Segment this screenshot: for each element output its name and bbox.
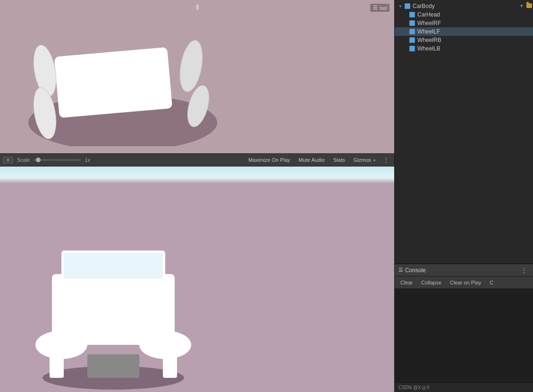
console-header: ☰ Console ⋮ xyxy=(395,264,533,276)
dropdown-arrow-icon: ▼ xyxy=(6,158,10,162)
hierarchy-items: ▼ CarBody ▼ CarHead xyxy=(395,0,533,263)
svg-marker-6 xyxy=(195,3,199,7)
wheelrf-label: WheelRF xyxy=(417,20,441,26)
hierarchy-item-carhead[interactable]: CarHead xyxy=(395,10,533,19)
gizmos-button[interactable]: Gizmos ▼ xyxy=(350,156,380,164)
scene-view: ☰ Iso ⋮ xyxy=(0,0,394,153)
carbody-expand-icon: ▼ xyxy=(398,4,403,8)
hierarchy-item-carbody[interactable]: ▼ CarBody ▼ xyxy=(395,2,533,10)
scene-view-canvas: ☰ Iso xyxy=(0,0,394,153)
svg-rect-13 xyxy=(50,345,64,378)
scene-toolbar-left: ▼ Scale 1x xyxy=(3,157,245,164)
wheelrb-label: WheelRB xyxy=(417,37,441,43)
wheellf-cube-icon xyxy=(409,28,415,35)
light-indicator xyxy=(193,2,202,13)
stats-button[interactable]: Stats xyxy=(330,156,349,164)
wheellb-cube-icon xyxy=(409,45,415,52)
scene-toolbar-menu-button[interactable]: ⋮ xyxy=(381,156,391,164)
console-collapse-button[interactable]: Collapse xyxy=(417,278,445,287)
console-status-text: CSDN @X·g·X xyxy=(398,385,430,390)
svg-rect-15 xyxy=(87,354,139,378)
scene-toolbar: ▼ Scale 1x Maximize On Play Mute Audio S… xyxy=(0,153,394,167)
game-view xyxy=(0,167,394,392)
scale-track xyxy=(34,159,81,161)
hierarchy-panel: ▼ CarBody ▼ CarHead xyxy=(395,0,533,264)
maximize-on-play-button[interactable]: Maximize On Play xyxy=(245,156,294,164)
svg-rect-7 xyxy=(196,7,198,10)
scene-toolbar-right: Maximize On Play Mute Audio Stats Gizmos… xyxy=(245,156,391,164)
carbody-folder-icon[interactable] xyxy=(525,2,533,9)
scale-value: 1x xyxy=(85,157,90,163)
console-toolbar: Clear Collapse Clear on Play C xyxy=(395,276,533,289)
svg-point-4 xyxy=(177,39,206,93)
carhead-label: CarHead xyxy=(417,11,440,18)
console-panel: ☰ Console ⋮ Clear Collapse Clear on Play… xyxy=(395,264,533,392)
scene-lines-icon: ☰ xyxy=(373,5,378,11)
wheelrb-cube-icon xyxy=(409,37,415,43)
console-menu-button[interactable]: ⋮ xyxy=(519,267,529,274)
console-clear-on-play-button[interactable]: Clear on Play xyxy=(446,278,485,287)
mute-audio-button[interactable]: Mute Audio xyxy=(295,156,329,164)
console-content xyxy=(395,289,533,383)
hierarchy-item-wheellf[interactable]: WheelLF xyxy=(395,27,533,36)
wheelrf-cube-icon xyxy=(409,20,415,26)
hierarchy-item-wheelrb[interactable]: WheelRB xyxy=(395,36,533,44)
scale-label: Scale xyxy=(17,157,30,163)
scene-view-menu-button[interactable]: ⋮ xyxy=(382,2,392,9)
svg-rect-1 xyxy=(54,47,172,118)
scale-slider[interactable] xyxy=(34,159,81,161)
gizmos-label: Gizmos xyxy=(354,157,371,163)
game-sky xyxy=(0,167,394,195)
console-lines-icon: ☰ xyxy=(398,267,403,273)
gizmos-dropdown-icon: ▼ xyxy=(372,158,376,163)
wheellb-label: WheelLB xyxy=(417,45,440,52)
hierarchy-item-wheellb[interactable]: WheelLB xyxy=(395,44,533,53)
console-extra-button[interactable]: C xyxy=(486,278,497,287)
svg-rect-14 xyxy=(163,345,177,378)
carbody-cube-icon xyxy=(404,3,411,9)
carhead-cube-icon xyxy=(409,11,415,18)
console-title: Console xyxy=(405,267,426,274)
game-view-canvas xyxy=(0,167,394,392)
carbody-label: CarBody xyxy=(413,3,435,9)
console-clear-button[interactable]: Clear xyxy=(397,278,416,287)
scale-thumb xyxy=(36,158,41,162)
car-game-svg xyxy=(14,213,227,392)
right-panel: ▼ CarBody ▼ CarHead xyxy=(394,0,533,392)
scene-toolbar-dropdown[interactable]: ▼ xyxy=(3,157,13,164)
carbody-chevron-down-icon[interactable]: ▼ xyxy=(518,2,525,9)
car-model-svg xyxy=(9,14,245,146)
wheellf-label: WheelLF xyxy=(417,28,440,35)
carbody-actions: ▼ xyxy=(518,2,533,9)
svg-rect-16 xyxy=(64,253,163,279)
hierarchy-item-wheelrf[interactable]: WheelRF xyxy=(395,19,533,27)
console-status-bar: CSDN @X·g·X xyxy=(395,383,533,392)
